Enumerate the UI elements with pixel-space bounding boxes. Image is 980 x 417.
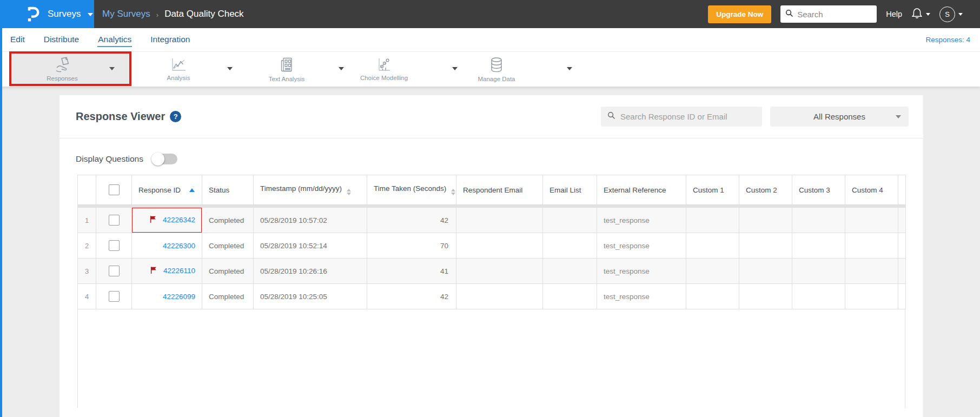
page-title: Response Viewer xyxy=(76,110,165,123)
respondent-email-cell xyxy=(456,284,543,309)
breadcrumb-my-surveys[interactable]: My Surveys xyxy=(102,9,150,19)
flag-icon xyxy=(149,215,157,225)
time-taken-cell: 70 xyxy=(367,233,456,259)
account-caret-icon xyxy=(958,13,963,16)
topbar-right-actions: Upgrade Now Help S xyxy=(708,5,980,23)
account-menu[interactable]: S xyxy=(939,6,963,22)
avatar: S xyxy=(939,6,955,22)
custom3-cell xyxy=(792,208,845,233)
table-row: 1 42226342 Completed 05/28/2019 10:57:02… xyxy=(78,208,906,233)
custom2-cell xyxy=(739,233,792,259)
tab-edit[interactable]: Edit xyxy=(10,33,25,47)
row-checkbox[interactable] xyxy=(109,240,120,251)
help-link[interactable]: Help xyxy=(886,10,902,18)
analysis-dropdown-caret-icon[interactable] xyxy=(227,67,233,70)
timestamp-cell: 05/28/2019 10:25:05 xyxy=(254,284,367,309)
response-id-link[interactable]: 42226099 xyxy=(163,293,195,301)
respondent-email-cell xyxy=(456,259,543,284)
surveys-menu-label: Surveys xyxy=(48,9,81,19)
manage-data-icon xyxy=(488,56,505,74)
row-checkbox[interactable] xyxy=(109,291,120,302)
email-list-cell xyxy=(543,208,597,233)
respondent-email-cell xyxy=(456,208,543,233)
external-reference-cell: test_response xyxy=(597,284,686,309)
toolbar-item-label: Text Analysis xyxy=(269,76,304,82)
col-row-number xyxy=(78,175,96,205)
overflow-cell xyxy=(898,208,906,233)
toolbar-choice-modelling-button[interactable]: Choice Modelling xyxy=(346,56,422,81)
response-id-link[interactable]: 42226300 xyxy=(163,242,195,250)
col-response-id[interactable]: Response ID xyxy=(132,175,202,205)
brand-logo-icon xyxy=(26,4,41,24)
toolbar-text-analysis-button[interactable]: Text Analysis xyxy=(249,56,325,82)
select-all-checkbox[interactable] xyxy=(109,184,120,195)
custom1-cell xyxy=(686,208,739,233)
responses-filter-dropdown[interactable]: All Responses xyxy=(770,107,909,127)
col-custom-1: Custom 1 xyxy=(686,175,739,205)
col-status: Status xyxy=(202,175,254,205)
response-id-link[interactable]: 42226342 xyxy=(163,216,195,224)
overflow-cell xyxy=(898,284,906,309)
breadcrumb-current-page: Data Quality Check xyxy=(164,9,243,19)
response-viewer-panel: Response Viewer ? All Responses Display … xyxy=(59,95,923,417)
custom2-cell xyxy=(739,284,792,309)
col-timestamp[interactable]: Timestamp (mm/dd/yyyy) xyxy=(254,175,367,205)
col-custom-2: Custom 2 xyxy=(739,175,792,205)
row-checkbox[interactable] xyxy=(109,266,120,276)
sort-icon xyxy=(347,189,351,195)
col-overflow xyxy=(898,175,906,205)
surveys-menu[interactable]: Surveys xyxy=(0,0,94,28)
status-cell: Completed xyxy=(202,284,254,309)
breadcrumb: My Surveys › Data Quality Check xyxy=(102,9,244,19)
response-search-input[interactable] xyxy=(620,112,756,121)
row-checkbox[interactable] xyxy=(109,215,120,226)
global-search-input[interactable] xyxy=(797,10,872,19)
toolbar-manage-data-button[interactable]: Manage Data xyxy=(459,56,534,82)
response-id-link[interactable]: 42226110 xyxy=(163,267,195,275)
notifications-menu[interactable] xyxy=(911,7,930,22)
text-analysis-dropdown-caret-icon[interactable] xyxy=(339,67,344,70)
responses-dropdown-caret-icon[interactable] xyxy=(109,67,115,70)
toolbar-analysis-button[interactable]: Analysis xyxy=(141,56,216,81)
search-icon xyxy=(607,111,615,122)
search-icon xyxy=(785,9,793,19)
tab-integration[interactable]: Integration xyxy=(150,33,190,47)
overflow-cell xyxy=(898,233,906,259)
col-time-taken[interactable]: Time Taken (Seconds) xyxy=(367,175,456,205)
table-row: 4 42226099 Completed 05/28/2019 10:25:05… xyxy=(78,284,906,309)
external-reference-cell: test_response xyxy=(597,208,686,233)
timestamp-cell: 05/28/2019 10:57:02 xyxy=(254,208,367,233)
help-icon[interactable]: ? xyxy=(170,111,181,122)
response-id-cell: 42226099 xyxy=(132,284,202,309)
manage-data-dropdown-caret-icon[interactable] xyxy=(567,67,572,70)
custom4-cell xyxy=(845,259,898,284)
custom4-cell xyxy=(845,208,898,233)
global-search-box[interactable] xyxy=(780,5,877,23)
email-list-cell xyxy=(543,233,597,259)
display-questions-toggle[interactable] xyxy=(153,154,177,164)
row-number: 4 xyxy=(78,284,96,309)
toolbar-responses-button[interactable]: Responses xyxy=(11,53,130,84)
response-search-box[interactable] xyxy=(601,107,762,127)
upgrade-now-button[interactable]: Upgrade Now xyxy=(708,5,771,23)
analysis-icon xyxy=(169,56,188,72)
table-scroll-area xyxy=(77,309,905,408)
table-row: 3 42226110 Completed 05/28/2019 10:26:16… xyxy=(78,259,906,284)
custom2-cell xyxy=(739,208,792,233)
row-checkbox-cell xyxy=(96,208,132,233)
responses-count: Responses: 4 xyxy=(925,36,970,44)
surveys-menu-caret-icon xyxy=(88,13,93,16)
row-number: 3 xyxy=(78,259,96,284)
choice-modelling-dropdown-caret-icon[interactable] xyxy=(452,67,458,70)
tab-distribute[interactable]: Distribute xyxy=(43,33,80,47)
toolbar-item-label: Responses xyxy=(47,75,78,82)
external-reference-cell: test_response xyxy=(597,259,686,284)
table-row: 2 42226300 Completed 05/28/2019 10:52:14… xyxy=(78,233,906,259)
notifications-caret-icon xyxy=(926,13,930,16)
sort-icon xyxy=(451,189,455,195)
nav-bar: Edit Distribute Analytics Integration Re… xyxy=(0,28,980,51)
col-custom-4: Custom 4 xyxy=(845,175,898,205)
tab-analytics[interactable]: Analytics xyxy=(97,33,132,47)
responses-table-zone: Response ID Status Timestamp (mm/dd/yyyy… xyxy=(77,175,905,408)
bell-icon xyxy=(911,7,923,22)
